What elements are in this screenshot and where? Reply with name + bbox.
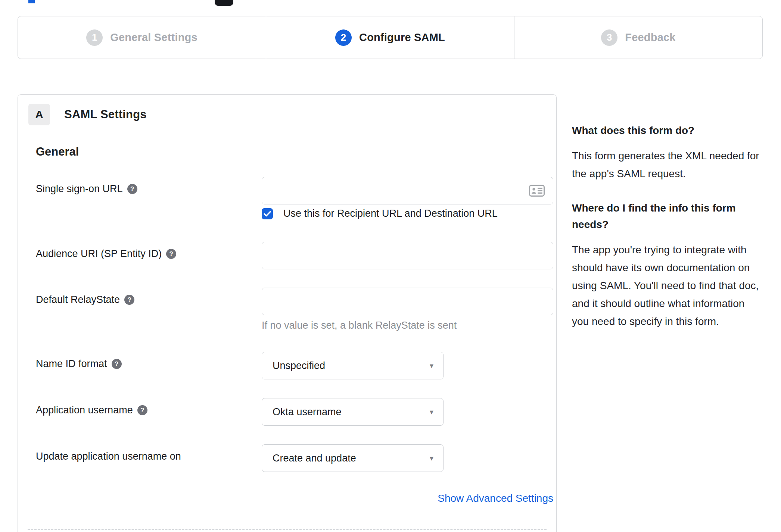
cropped-blue-artifact (28, 0, 35, 3)
sidebar-body: This form generates the XML needed for t… (572, 147, 763, 183)
help-icon[interactable]: ? (124, 295, 134, 305)
dashed-divider (28, 529, 547, 530)
step-number-badge: 3 (601, 29, 617, 46)
sso-url-input-wrap (262, 177, 553, 204)
control-cell (262, 242, 553, 269)
field-label: Application username (36, 403, 133, 417)
checkbox-label: Use this for Recipient URL and Destinati… (283, 208, 498, 219)
sidebar-section-what: What does this form do? This form genera… (572, 122, 763, 183)
sidebar-heading: What does this form do? (572, 122, 763, 139)
help-sidebar: What does this form do? This form genera… (572, 122, 763, 331)
checkmark-icon (264, 211, 271, 217)
sidebar-section-where: Where do I find the info this form needs… (572, 200, 763, 331)
step-general-settings[interactable]: 1 General Settings (18, 16, 266, 59)
form-row-default-relaystate: Default RelayState ? If no value is set,… (36, 288, 556, 331)
help-icon[interactable]: ? (166, 249, 176, 259)
chevron-down-icon: ▾ (430, 407, 433, 416)
recipient-url-checkbox[interactable] (262, 208, 273, 219)
step-feedback[interactable]: 3 Feedback (514, 16, 762, 59)
help-icon[interactable]: ? (137, 405, 147, 415)
recipient-url-checkbox-row: Use this for Recipient URL and Destinati… (262, 208, 556, 219)
form-row-update-username-on: Update application username on Create an… (36, 444, 556, 472)
relaystate-hint: If no value is set, a blank RelayState i… (262, 320, 553, 331)
label-cell: Application username ? (36, 398, 262, 426)
wizard-stepper: 1 General Settings 2 Configure SAML 3 Fe… (18, 16, 763, 59)
relaystate-input[interactable] (262, 288, 553, 315)
section-title: SAML Settings (64, 108, 147, 121)
form-row-name-id-format: Name ID format ? Unspecified ▾ (36, 352, 556, 379)
form-row-sso-url: Single sign-on URL ? (36, 177, 556, 204)
saml-settings-panel: A SAML Settings General Single sign-on U… (18, 94, 557, 532)
field-label: Single sign-on URL (36, 182, 123, 195)
field-label: Update application username on (36, 450, 181, 463)
label-cell: Single sign-on URL ? (36, 177, 262, 204)
form-row-audience-uri: Audience URI (SP Entity ID) ? (36, 242, 556, 269)
cropped-dark-artifact (215, 0, 233, 6)
sidebar-heading: Where do I find the info this form needs… (572, 200, 763, 233)
contact-card-icon (529, 185, 545, 197)
step-number-badge: 2 (335, 29, 352, 46)
label-cell: Name ID format ? (36, 352, 262, 379)
audience-uri-input-wrap (262, 242, 553, 269)
select-value: Unspecified (273, 360, 325, 372)
advanced-settings-row: Show Advanced Settings (36, 492, 553, 504)
select-value: Create and update (273, 453, 356, 464)
form-row-application-username: Application username ? Okta username ▾ (36, 398, 556, 426)
step-label: General Settings (110, 31, 197, 44)
relaystate-input-wrap (262, 288, 553, 315)
sso-url-input[interactable] (262, 177, 553, 204)
control-cell: Unspecified ▾ (262, 352, 444, 379)
step-label: Feedback (625, 31, 675, 44)
field-label: Name ID format (36, 357, 107, 370)
help-icon[interactable]: ? (112, 359, 122, 369)
help-icon[interactable]: ? (127, 184, 137, 194)
sidebar-body: The app you're trying to integrate with … (572, 241, 763, 331)
chevron-down-icon: ▾ (430, 361, 433, 370)
audience-uri-input[interactable] (262, 242, 553, 269)
section-a-badge: A (28, 104, 50, 125)
field-label: Default RelayState (36, 293, 120, 306)
label-cell: Update application username on (36, 444, 262, 472)
application-username-select[interactable]: Okta username ▾ (262, 398, 444, 426)
name-id-format-select[interactable]: Unspecified ▾ (262, 352, 444, 379)
show-advanced-settings-link[interactable]: Show Advanced Settings (438, 492, 553, 504)
select-value: Okta username (273, 406, 342, 418)
control-cell: If no value is set, a blank RelayState i… (262, 288, 553, 331)
control-cell: Create and update ▾ (262, 444, 444, 472)
step-number-badge: 1 (86, 29, 103, 46)
general-group-heading: General (36, 145, 556, 159)
label-cell: Audience URI (SP Entity ID) ? (36, 242, 262, 269)
control-cell: Okta username ▾ (262, 398, 444, 426)
step-configure-saml[interactable]: 2 Configure SAML (266, 16, 514, 59)
step-label: Configure SAML (359, 31, 445, 44)
chevron-down-icon: ▾ (430, 454, 433, 463)
update-username-select[interactable]: Create and update ▾ (262, 444, 444, 472)
label-cell: Default RelayState ? (36, 288, 262, 331)
control-cell (262, 177, 553, 204)
field-label: Audience URI (SP Entity ID) (36, 247, 162, 260)
section-header: A SAML Settings (28, 104, 556, 125)
